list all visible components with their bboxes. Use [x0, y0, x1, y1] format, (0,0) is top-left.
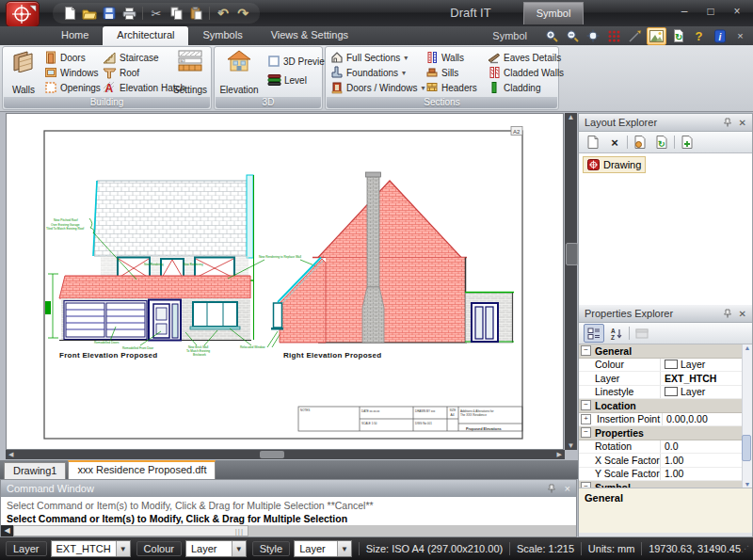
property-row[interactable]: X Scale Factor1.00 — [579, 454, 752, 468]
doc-tab-drawing1[interactable]: Drawing1 — [4, 462, 66, 479]
close-button[interactable]: × — [729, 5, 745, 18]
scroll-up-icon[interactable]: ▲ — [568, 113, 575, 121]
new-file-icon[interactable] — [62, 6, 77, 21]
section-walls-button[interactable]: Walls — [425, 51, 477, 64]
property-value[interactable]: 0.00,0.00 — [662, 413, 752, 426]
alphabetical-sort-icon[interactable]: AZ — [607, 325, 626, 342]
openings-button[interactable]: Openings — [44, 81, 101, 94]
refresh-layout-icon[interactable]: ↻ — [652, 134, 671, 151]
draw-line-icon[interactable] — [626, 28, 644, 44]
property-grid-scroll-thumb[interactable] — [742, 435, 751, 461]
chevron-down-icon[interactable]: ▼ — [232, 541, 246, 556]
command-window-scrollbar[interactable]: ◀ ||| — [1, 525, 576, 536]
elevation-button[interactable]: Elevation — [217, 50, 261, 95]
info-icon[interactable]: i — [711, 28, 729, 44]
delete-layout-icon[interactable]: × — [605, 134, 624, 151]
properties-explorer-header[interactable]: Properties Explorer ✕ — [579, 305, 752, 323]
print-icon[interactable] — [121, 6, 136, 21]
canvas-horizontal-scroll-thumb[interactable] — [260, 451, 284, 458]
save-icon[interactable] — [102, 6, 117, 21]
chevron-down-icon[interactable]: ▼ — [116, 541, 130, 556]
canvas-vertical-scrollbar[interactable]: ▲▼ — [565, 113, 577, 450]
command-window-titlebar[interactable]: Command Window × — [1, 480, 576, 497]
application-menu-button[interactable] — [6, 1, 40, 27]
layout-properties-icon[interactable] — [631, 134, 649, 151]
canvas-vertical-scroll-thumb[interactable] — [566, 243, 578, 265]
open-file-icon[interactable] — [82, 6, 97, 21]
property-row[interactable]: Y Scale Factor1.00 — [579, 468, 752, 482]
property-value[interactable]: 0.0 — [660, 440, 752, 454]
qat-customize-dropdown[interactable]: ▾ — [218, 8, 222, 16]
close-icon[interactable]: ✕ — [739, 118, 746, 128]
layout-tree-item-drawing[interactable]: Drawing — [583, 156, 646, 173]
paste-icon[interactable] — [188, 6, 203, 21]
level-button[interactable]: Level — [267, 73, 331, 87]
tab-architectural[interactable]: Architectural — [103, 26, 188, 45]
refresh-icon[interactable]: ↻ — [669, 28, 687, 44]
scroll-down-icon[interactable]: ▼ — [745, 481, 751, 488]
resize-grip[interactable]: ⋰ — [741, 544, 750, 553]
settings-button[interactable]: x Settings — [171, 50, 209, 95]
headers-button[interactable]: Headers — [425, 81, 477, 94]
layer-combo[interactable]: EXT_HTCH ▼ — [51, 540, 131, 557]
close-icon[interactable]: ✕ — [739, 309, 746, 319]
property-value[interactable]: 1.00 — [660, 468, 752, 481]
zoom-extents-icon[interactable] — [585, 28, 602, 44]
category-row[interactable]: −Symbol — [579, 481, 752, 488]
walls-button[interactable]: Walls — [5, 50, 42, 95]
sills-button[interactable]: Sills — [425, 66, 477, 79]
property-value[interactable]: Layer — [660, 386, 752, 399]
cladding-button[interactable]: Cladding — [488, 81, 564, 94]
cut-icon[interactable]: ✂ — [149, 6, 164, 21]
property-value[interactable]: Layer — [660, 359, 752, 372]
property-row[interactable]: ColourLayer — [579, 359, 752, 373]
command-prompt-line[interactable]: Select Command or Item(s) to Modify, Cli… — [1, 512, 576, 525]
collapse-icon[interactable]: − — [581, 345, 591, 356]
drawing-canvas[interactable]: A2 New Rendering New Rendering — [6, 113, 564, 450]
scroll-down-icon[interactable]: ▼ — [568, 441, 575, 450]
property-row[interactable]: Rotation0.0 — [579, 440, 752, 455]
property-value[interactable]: EXT_HTCH — [660, 372, 752, 385]
doc-tab-residence[interactable]: xxx Residence Proposed.dft — [68, 460, 216, 479]
tab-home[interactable]: Home — [47, 26, 103, 45]
foundations-button[interactable]: Foundations▾ — [330, 66, 425, 79]
category-row[interactable]: −Location — [579, 399, 752, 413]
sections-doors-windows-button[interactable]: Doors / Windows▾ — [330, 81, 425, 94]
pin-icon[interactable] — [724, 309, 731, 318]
close-icon[interactable]: × — [565, 483, 570, 494]
zoom-in-icon[interactable] — [543, 28, 561, 44]
pin-icon[interactable] — [724, 118, 731, 127]
collapse-icon[interactable]: − — [581, 427, 591, 438]
context-tab-symbol[interactable]: Symbol — [523, 2, 584, 24]
property-row[interactable]: LayerEXT_HTCH — [579, 372, 752, 386]
zoom-out-icon[interactable] — [564, 28, 582, 44]
expand-icon[interactable]: + — [581, 414, 591, 424]
close-panel-icon[interactable]: × — [731, 28, 749, 44]
command-scroll-thumb[interactable]: ||| — [13, 525, 248, 536]
scroll-up-icon[interactable]: ▲ — [745, 344, 751, 351]
collapse-icon[interactable]: − — [581, 400, 591, 410]
windows-button[interactable]: Windows — [44, 66, 101, 79]
cladded-walls-button[interactable]: Cladded Walls — [488, 66, 564, 79]
categorized-view-icon[interactable] — [584, 324, 604, 343]
scroll-right-icon[interactable]: ▶ — [557, 451, 562, 458]
minimize-button[interactable]: – — [676, 5, 693, 18]
doors-button[interactable]: Doors — [44, 51, 101, 64]
collapse-icon[interactable]: − — [581, 482, 591, 488]
maximize-button[interactable]: □ — [702, 5, 719, 18]
tab-views-settings[interactable]: Views & Settings — [257, 26, 362, 45]
scroll-left-icon[interactable]: ◀ — [1, 525, 13, 536]
property-grid-scrollbar[interactable]: ▲▼ — [742, 344, 752, 488]
new-layout-icon[interactable] — [584, 134, 602, 151]
3d-preview-button[interactable]: 3D Preview — [267, 55, 331, 68]
category-row[interactable]: −General — [579, 344, 752, 359]
drawing-view-icon[interactable] — [647, 27, 666, 45]
copy-icon[interactable] — [168, 6, 184, 21]
help-icon[interactable]: ? — [690, 28, 708, 44]
chevron-down-icon[interactable]: ▼ — [337, 541, 351, 556]
tab-symbols[interactable]: Symbols — [188, 26, 256, 45]
property-row[interactable]: LinestyleLayer — [579, 386, 752, 400]
scroll-left-icon[interactable]: ◀ — [8, 451, 13, 458]
property-row[interactable]: +Insertion Point0.00,0.00 — [579, 413, 752, 427]
add-layout-icon[interactable] — [678, 134, 697, 151]
